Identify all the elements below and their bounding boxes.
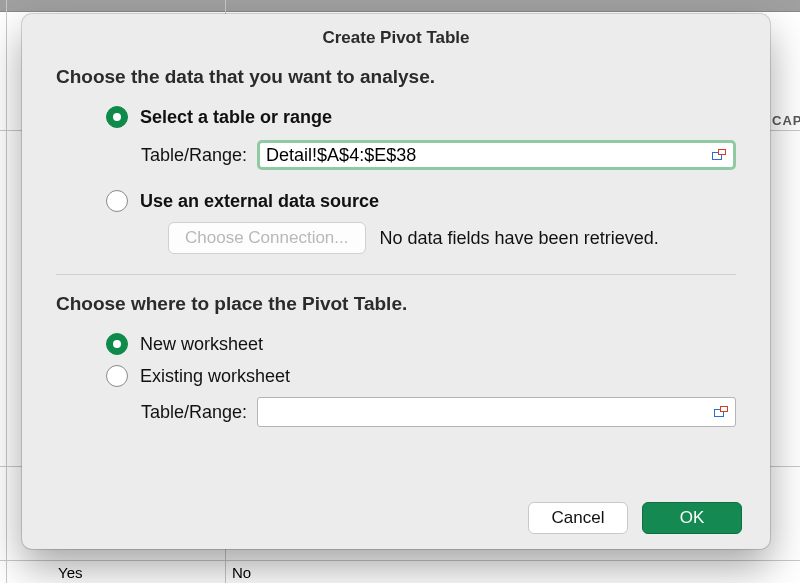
cancel-button[interactable]: Cancel (528, 502, 628, 534)
existing-worksheet-label: Existing worksheet (140, 366, 290, 387)
section-divider (56, 274, 736, 275)
select-table-range-option[interactable]: Select a table or range (106, 102, 736, 132)
range-selector-icon (714, 406, 728, 418)
external-source-label: Use an external data source (140, 191, 379, 212)
source-range-row: Table/Range: (141, 140, 736, 170)
grid-line (0, 560, 800, 561)
destination-range-field[interactable] (257, 397, 736, 427)
destination-range-label: Table/Range: (141, 402, 247, 423)
radio-new-worksheet[interactable] (106, 333, 128, 355)
column-header-fragment: CAP (772, 113, 800, 131)
collapse-dialog-button[interactable] (710, 402, 732, 422)
dialog-body: Choose the data that you want to analyse… (22, 60, 770, 487)
range-selector-icon (712, 149, 726, 161)
create-pivot-table-dialog: Create Pivot Table Choose the data that … (22, 14, 770, 549)
cell-value: No (232, 564, 251, 581)
external-data-source-option[interactable]: Use an external data source (106, 186, 736, 216)
choose-data-heading: Choose the data that you want to analyse… (56, 66, 736, 88)
connection-status-text: No data fields have been retrieved. (380, 228, 659, 249)
source-range-input[interactable] (260, 143, 708, 168)
source-range-label: Table/Range: (141, 145, 247, 166)
destination-range-row: Table/Range: (141, 397, 736, 427)
connection-row: Choose Connection... No data fields have… (168, 222, 736, 254)
source-range-field[interactable] (257, 140, 736, 170)
cell-value: Yes (58, 564, 82, 581)
ok-button[interactable]: OK (642, 502, 742, 534)
collapse-dialog-button[interactable] (708, 145, 730, 165)
radio-existing-worksheet[interactable] (106, 365, 128, 387)
new-worksheet-option[interactable]: New worksheet (106, 329, 736, 359)
radio-external-source[interactable] (106, 190, 128, 212)
grid-line (6, 0, 7, 583)
ribbon-edge (0, 0, 800, 12)
destination-range-input[interactable] (258, 400, 710, 425)
choose-placement-heading: Choose where to place the Pivot Table. (56, 293, 736, 315)
select-range-label: Select a table or range (140, 107, 332, 128)
radio-select-range[interactable] (106, 106, 128, 128)
dialog-title: Create Pivot Table (22, 14, 770, 60)
new-worksheet-label: New worksheet (140, 334, 263, 355)
dialog-footer: Cancel OK (22, 487, 770, 549)
existing-worksheet-option[interactable]: Existing worksheet (106, 361, 736, 391)
choose-connection-button: Choose Connection... (168, 222, 366, 254)
